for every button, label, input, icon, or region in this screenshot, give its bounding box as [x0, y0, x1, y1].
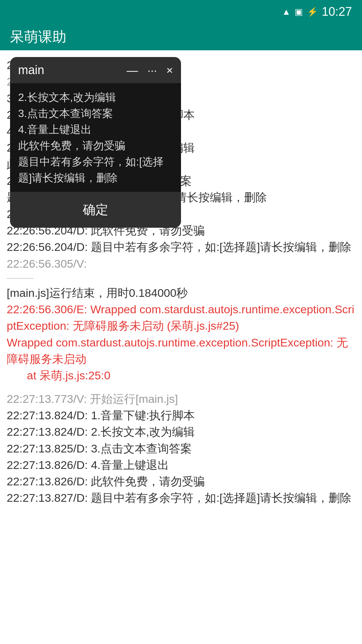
dialog-content: 2.长按文本,改为编辑 3.点击文本查询答案 4.音量上键退出 此软件免费，请勿…	[10, 83, 181, 192]
dialog-content-line1: 2.长按文本,改为编辑	[18, 89, 173, 105]
log-line: 22:27:13.826/D: 4.音量上键退出	[7, 457, 355, 473]
dialog-expand-button[interactable]: ···	[147, 64, 157, 77]
log-line: 22:26:56.306/E: Wrapped com.stardust.aut…	[7, 301, 355, 334]
dialog-content-line3: 4.音量上键退出	[18, 121, 173, 138]
log-spacer	[7, 384, 355, 391]
dialog-titlebar: main — ··· ×	[10, 57, 181, 83]
dialog-content-line4: 此软件免费，请勿受骗	[18, 138, 173, 154]
log-line: at 呆萌.js.js:25:0	[7, 367, 355, 384]
log-line: 22:27:13.827/D: 题目中若有多余字符，如:[选择题]请长按编辑，删…	[7, 490, 355, 506]
log-line: Wrapped com.stardust.autojs.runtime.exce…	[7, 334, 355, 368]
sim-icon	[295, 6, 303, 17]
log-line: 22:26:56.204/D: 题目中若有多余字符，如:[选择题]请长按编辑，删…	[7, 239, 355, 255]
log-line: 22:27:13.826/D: 此软件免费，请勿受骗	[7, 473, 355, 490]
log-line: 22:27:13.825/D: 3.点击文本查询答案	[7, 440, 355, 457]
log-line: 22:27:13.773/V: 开始运行[main.js]	[7, 391, 355, 407]
dialog-close-button[interactable]: ×	[166, 64, 173, 77]
status-icons: 10:27	[282, 5, 352, 19]
status-time: 10:27	[322, 5, 352, 19]
log-line: 22:27:13.824/D: 2.长按文本,改为编辑	[7, 424, 355, 440]
dialog-content-line2: 3.点击文本查询答案	[18, 105, 173, 121]
wifi-icon	[282, 6, 291, 17]
battery-icon	[307, 6, 318, 17]
dialog-content-line6: 题]请长按编辑，删除	[18, 170, 173, 186]
dialog-confirm-area: 确定	[10, 192, 181, 228]
dialog-controls: — ··· ×	[127, 64, 173, 77]
app-header: 呆萌课助	[0, 23, 362, 50]
log-area: main — ··· × 2.长按文本,改为编辑 3.点击文本查询答案 4.音量…	[0, 50, 362, 513]
dialog-title: main	[18, 63, 44, 77]
dialog: main — ··· × 2.长按文本,改为编辑 3.点击文本查询答案 4.音量…	[10, 57, 181, 228]
dialog-minimize-button[interactable]: —	[127, 64, 138, 77]
app-title: 呆萌课助	[10, 28, 66, 46]
dialog-content-line5: 题目中若有多余字符，如:[选择	[18, 154, 173, 170]
log-separator	[7, 278, 34, 279]
log-line: [main.js]运行结束，用时0.184000秒	[7, 285, 355, 301]
confirm-button[interactable]: 确定	[69, 199, 122, 221]
status-bar: 10:27	[0, 0, 362, 23]
log-line: 22:26:56.305/V:	[7, 256, 355, 272]
log-line: 22:27:13.824/D: 1.音量下键:执行脚本	[7, 407, 355, 424]
